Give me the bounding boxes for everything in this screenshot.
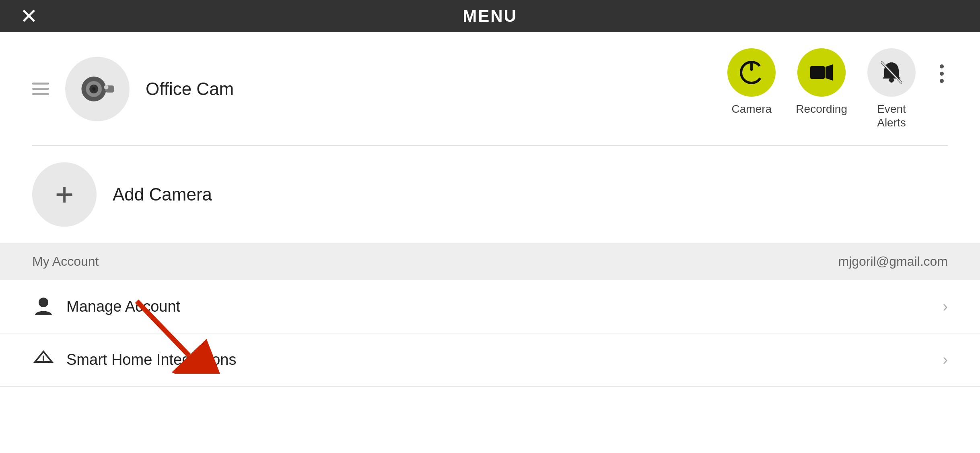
smart-home-label: Smart Home Integrations: [66, 351, 236, 368]
recording-toggle[interactable]: [797, 48, 846, 97]
close-button[interactable]: ✕: [20, 6, 38, 27]
event-alerts-toggle[interactable]: [867, 48, 916, 97]
drag-line: [32, 83, 49, 85]
svg-point-12: [889, 78, 894, 83]
add-camera-section[interactable]: + Add Camera: [0, 146, 980, 243]
menu-title: MENU: [463, 6, 517, 26]
add-plus-icon: +: [55, 178, 74, 211]
event-alerts-label: EventAlerts: [877, 102, 906, 129]
more-button[interactable]: [936, 60, 948, 87]
more-dot: [940, 72, 944, 76]
power-icon: [740, 61, 763, 84]
add-camera-circle: +: [32, 162, 97, 227]
drag-line: [32, 93, 49, 95]
recording-icon: [809, 63, 834, 82]
camera-image: [75, 67, 119, 111]
svg-marker-9: [826, 64, 833, 81]
camera-section: Office Cam Camera Recording: [0, 32, 980, 145]
svg-point-5: [104, 85, 109, 89]
svg-point-4: [92, 87, 96, 91]
camera-avatar: [65, 57, 130, 121]
account-email: mjgoril@gmail.com: [838, 254, 948, 269]
svg-rect-8: [810, 66, 825, 79]
more-dot: [940, 79, 944, 83]
smart-home-svg: [33, 350, 54, 370]
smart-home-chevron: ›: [943, 351, 948, 368]
drag-handle[interactable]: [32, 83, 49, 95]
drag-line: [32, 88, 49, 90]
account-section-header: My Account mjgoril@gmail.com: [0, 243, 980, 280]
svg-point-13: [39, 298, 48, 307]
camera-label: Camera: [732, 102, 772, 116]
camera-control[interactable]: Camera: [727, 48, 776, 116]
recording-control[interactable]: Recording: [796, 48, 847, 116]
account-section-title: My Account: [32, 254, 99, 269]
header-bar: ✕ MENU: [0, 0, 980, 32]
more-dot: [940, 64, 944, 68]
person-svg: [34, 297, 53, 317]
manage-account-item[interactable]: Manage Account ›: [0, 280, 980, 333]
camera-name: Office Cam: [146, 79, 727, 99]
event-alerts-control[interactable]: EventAlerts: [867, 48, 916, 129]
manage-account-label: Manage Account: [66, 298, 180, 315]
camera-toggle[interactable]: [727, 48, 776, 97]
recording-label: Recording: [796, 102, 847, 116]
smart-home-item[interactable]: Smart Home Integrations ›: [0, 333, 980, 387]
camera-controls: Camera Recording: [727, 48, 948, 129]
manage-account-chevron: ›: [943, 298, 948, 315]
bell-muted-icon: [880, 61, 903, 84]
add-camera-label: Add Camera: [113, 184, 212, 205]
svg-point-16: [43, 360, 44, 362]
smart-home-icon: [32, 349, 54, 371]
person-icon: [32, 296, 54, 318]
